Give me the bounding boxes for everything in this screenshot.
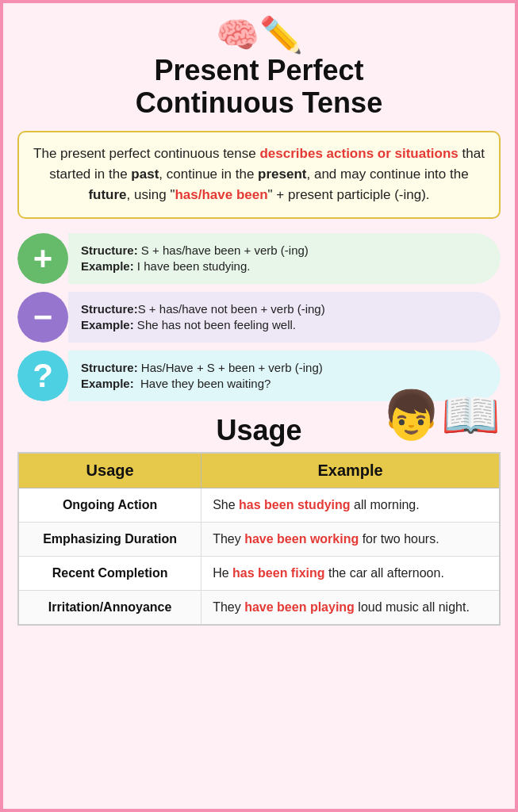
example-cell: They have been playing loud music all ni… [201,590,500,625]
negative-example-line: Example: She has not been feeling well. [81,318,488,331]
page-title: Present Perfect Continuous Tense [136,54,382,120]
positive-structure-content: Structure: S + has/have been + verb (-in… [68,233,501,284]
structure-section: + Structure: S + has/have been + verb (-… [17,233,501,401]
col-header-example: Example [201,453,500,488]
positive-structure-row: + Structure: S + has/have been + verb (-… [17,233,501,284]
usage-heading-text: Usage [216,414,301,446]
example-cell: She has been studying all morning. [201,488,500,522]
table-row: Recent Completion He has been fixing the… [18,556,500,590]
title-line1: Present Perfect [154,54,363,86]
table-header-row: Usage Example [18,453,500,488]
usage-table: Usage Example Ongoing Action She has bee… [17,452,501,626]
minus-symbol: − [17,292,68,343]
brain-icon: 🧠✏️ [216,17,303,52]
intro-box: The present perfect continuous tense des… [17,131,501,219]
table-row: Irritation/Annoyance They have been play… [18,590,500,625]
negative-structure-line: Structure:S + has/have not been + verb (… [81,302,488,316]
question-structure-line: Structure: Has/Have + S + been + verb (-… [81,361,488,374]
usage-label: Ongoing Action [18,488,201,522]
plus-symbol: + [17,233,68,284]
negative-structure-row: − Structure:S + has/have not been + verb… [17,292,501,343]
usage-label: Irritation/Annoyance [18,590,201,625]
example-cell: He has been fixing the car all afternoon… [201,556,500,590]
col-header-usage: Usage [18,453,201,488]
usage-label: Recent Completion [18,556,201,590]
usage-label: Emphasizing Duration [18,522,201,556]
title-line2: Continuous Tense [136,86,382,119]
example-cell: They have been working for two hours. [201,522,500,556]
negative-structure-content: Structure:S + has/have not been + verb (… [68,292,501,343]
question-symbol: ? [17,350,68,401]
positive-structure-line: Structure: S + has/have been + verb (-in… [81,243,488,257]
usage-heading: Usage 👦📖 [17,414,501,447]
title-area: 🧠✏️ Present Perfect Continuous Tense [17,17,501,120]
table-row: Emphasizing Duration They have been work… [18,522,500,556]
table-row: Ongoing Action She has been studying all… [18,488,500,522]
positive-example-line: Example: I have been studying. [81,259,488,273]
reading-kid-icon: 👦📖 [382,392,501,439]
